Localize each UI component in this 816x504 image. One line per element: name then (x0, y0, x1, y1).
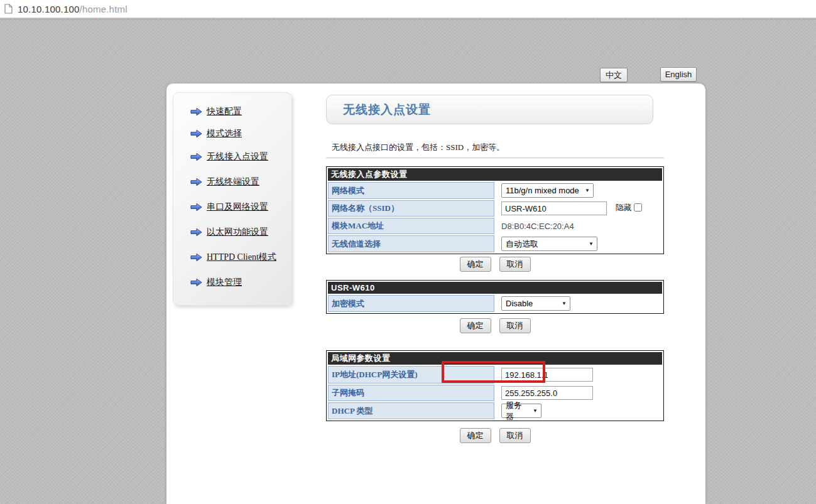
sidebar-item-wireless-sta[interactable]: 无线终端设置 (173, 169, 291, 195)
ssid-label: 网络名称（SSID） (328, 200, 494, 217)
language-button-chinese[interactable]: 中文 (600, 68, 628, 82)
chevron-down-icon: ▼ (585, 188, 590, 193)
sidebar-item-label: 模式选择 (207, 128, 242, 139)
encryption-ok-button[interactable]: 确定 (460, 318, 491, 333)
sidebar-item-label: 模块管理 (207, 277, 242, 288)
ssid-input[interactable] (501, 201, 607, 215)
sidebar-item-httpd-client[interactable]: HTTPD Client模式 (173, 245, 291, 270)
sidebar-item-label: 快速配置 (207, 106, 242, 117)
subnet-mask-input[interactable] (501, 386, 593, 400)
sidebar-item-label: 串口及网络设置 (207, 201, 268, 213)
url-text: 10.10.100.100/home.html (18, 4, 128, 14)
sidebar-item-label: 无线终端设置 (207, 176, 259, 188)
page-title: 无线接入点设置 (343, 102, 431, 118)
sidebar-item-module-admin[interactable]: 模块管理 (173, 270, 291, 295)
encryption-mode-label: 加密模式 (328, 295, 494, 312)
arrow-icon (190, 178, 202, 186)
url-path: /home.html (80, 4, 128, 14)
chevron-down-icon: ▼ (533, 408, 538, 414)
lan-ok-button[interactable]: 确定 (460, 428, 491, 443)
ap-buttons-row: 确定 取消 (326, 257, 664, 272)
sidebar-item-ethernet[interactable]: 以太网功能设置 (173, 220, 291, 245)
row-ssid: 网络名称（SSID） 隐藏 (328, 200, 662, 217)
main-panel: 快速配置 模式选择 无线接入点设置 无线终端设置 串口及网络设置 以太网功能设置 (166, 83, 705, 504)
table-header-ap-params: 无线接入点参数设置 (328, 168, 662, 181)
sidebar-item-quick-config[interactable]: 快速配置 (173, 100, 291, 122)
arrow-icon (190, 129, 202, 138)
mac-value: D8:B0:4C:EC:20:A4 (501, 222, 574, 231)
arrow-icon (190, 107, 202, 116)
sidebar-nav: 快速配置 模式选择 无线接入点设置 无线终端设置 串口及网络设置 以太网功能设置 (173, 92, 292, 306)
ap-params-table: 无线接入点参数设置 网络模式 11b/g/n mixed mode▼ 网络名称（… (326, 166, 664, 254)
sidebar-item-wireless-ap[interactable]: 无线接入点设置 (173, 144, 291, 169)
sidebar-item-mode-select[interactable]: 模式选择 (173, 122, 291, 144)
lan-cancel-button[interactable]: 取消 (499, 428, 531, 443)
ssid-hide-label: 隐藏 (616, 203, 632, 212)
dhcp-type-label: DHCP 类型 (328, 402, 494, 419)
chevron-down-icon: ▼ (589, 241, 594, 247)
row-subnet-mask: 子网掩码 (328, 385, 662, 401)
arrow-icon (190, 203, 202, 212)
mac-label: 模块MAC地址 (328, 218, 494, 234)
network-mode-label: 网络模式 (328, 182, 494, 199)
page-title-box: 无线接入点设置 (326, 95, 653, 124)
ap-ok-button[interactable]: 确定 (460, 257, 491, 272)
sidebar-item-serial-network[interactable]: 串口及网络设置 (173, 195, 291, 220)
ap-cancel-button[interactable]: 取消 (499, 257, 531, 272)
channel-select[interactable]: 自动选取▼ (501, 237, 597, 251)
url-host: 10.10.100.100 (18, 4, 80, 14)
encryption-cancel-button[interactable]: 取消 (499, 318, 531, 333)
page-favicon-icon (4, 4, 13, 14)
encryption-buttons-row: 确定 取消 (326, 318, 664, 333)
channel-label: 无线信道选择 (328, 235, 494, 252)
row-channel: 无线信道选择 自动选取▼ (328, 235, 662, 252)
ssid-hide-wrap: 隐藏 (616, 203, 642, 212)
annotation-highlight-box (442, 361, 545, 383)
encryption-table: USR-W610 加密模式 Disable▼ (326, 280, 664, 314)
sidebar-item-label: HTTPD Client模式 (207, 252, 276, 263)
network-mode-select[interactable]: 11b/g/n mixed mode▼ (501, 183, 594, 198)
row-dhcp-type: DHCP 类型 服务器▼ (328, 402, 662, 419)
arrow-icon (190, 253, 202, 262)
divider (326, 158, 664, 158)
arrow-icon (190, 278, 202, 287)
sidebar-item-label: 无线接入点设置 (207, 151, 268, 163)
dhcp-type-value: 服务器 (506, 400, 529, 422)
arrow-icon (190, 228, 202, 237)
subnet-mask-label: 子网掩码 (328, 385, 494, 401)
row-network-mode: 网络模式 11b/g/n mixed mode▼ (328, 182, 662, 199)
language-button-english[interactable]: English (660, 67, 697, 82)
ssid-hide-checkbox[interactable] (634, 203, 642, 212)
encryption-mode-select[interactable]: Disable▼ (501, 296, 570, 311)
arrow-icon (190, 153, 202, 161)
lan-buttons-row: 确定 取消 (326, 428, 664, 443)
top-strip-divider (0, 19, 816, 20)
sidebar-item-label: 以太网功能设置 (207, 227, 268, 238)
dhcp-type-select[interactable]: 服务器▼ (501, 404, 541, 418)
encryption-mode-value: Disable (506, 299, 533, 308)
row-encryption-mode: 加密模式 Disable▼ (328, 295, 662, 312)
chevron-down-icon: ▼ (562, 301, 567, 306)
row-mac: 模块MAC地址 D8:B0:4C:EC:20:A4 (328, 218, 662, 234)
browser-url-bar[interactable]: 10.10.100.100/home.html (0, 0, 816, 18)
page-description: 无线接入点接口的设置，包括：SSID，加密等。 (332, 142, 504, 153)
channel-value: 自动选取 (506, 239, 538, 250)
network-mode-value: 11b/g/n mixed mode (506, 186, 579, 195)
table-header-encryption: USR-W610 (328, 282, 662, 294)
